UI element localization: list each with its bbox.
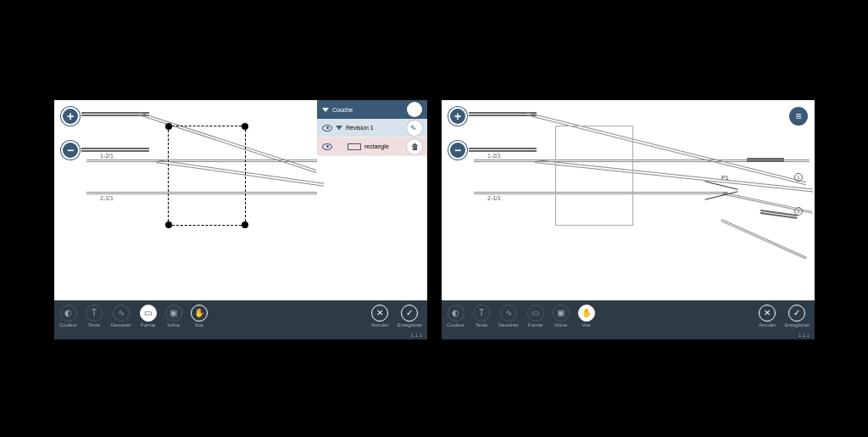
tool-label: Icône — [167, 322, 180, 328]
track-label: 2-1/1 — [486, 195, 503, 201]
trash-icon — [411, 143, 419, 151]
palette-icon: ◐ — [448, 305, 465, 322]
tool-icon[interactable]: ▣Icône — [553, 305, 570, 328]
save-icon: ✓ — [401, 305, 418, 322]
tool-text[interactable]: TTexte — [473, 305, 490, 328]
tool-label: Annuler — [759, 322, 776, 328]
track-segment — [469, 148, 537, 149]
tool-color[interactable]: ◐Couleur — [447, 305, 465, 328]
track-label: 1-2/1 — [98, 153, 115, 159]
layers-icon — [412, 104, 417, 115]
tool-label: Forme — [528, 322, 542, 328]
zoom-in-button[interactable]: + — [61, 107, 80, 126]
tool-view[interactable]: ✋Vue — [578, 305, 595, 328]
app-window-right: + − 1-2/1 2-1/1 P1 1 2 ◐Couleur TTexte ∿… — [442, 100, 815, 339]
tool-draw[interactable]: ∿Dessiner — [111, 305, 131, 328]
layers-icon — [795, 110, 801, 122]
track-label: 2-1/1 — [98, 195, 115, 201]
tool-label: Enregistrer — [785, 322, 810, 328]
track-segment — [721, 219, 807, 258]
point-label: P1 — [721, 175, 729, 181]
text-icon: T — [86, 305, 103, 322]
resize-handle-ne[interactable] — [242, 123, 248, 130]
zoom-in-button[interactable]: + — [448, 107, 467, 126]
marker-2: 2 — [794, 207, 803, 216]
save-button[interactable]: ✓Enregistrer — [785, 305, 810, 328]
visibility-icon[interactable] — [322, 125, 332, 132]
layer-label: rectangle — [364, 143, 389, 149]
track-segment — [760, 210, 798, 216]
track-segment — [81, 148, 149, 149]
tool-label: Couleur — [447, 322, 465, 328]
rectangle-icon — [348, 143, 361, 150]
tool-draw[interactable]: ∿Dessiner — [498, 305, 519, 328]
expand-icon[interactable] — [336, 126, 342, 130]
draw-icon: ∿ — [500, 305, 517, 322]
version-label: 1.1.1 — [54, 331, 427, 339]
cancel-button[interactable]: ✕Annuler — [759, 305, 776, 328]
tool-label: Icône — [554, 322, 567, 328]
pencil-icon — [410, 124, 419, 132]
palette-icon: ◐ — [60, 305, 77, 322]
tool-label: Enregistrer — [398, 322, 422, 328]
version-label: 1.1.1 — [442, 331, 815, 339]
resize-handle-sw[interactable] — [165, 221, 172, 228]
tool-label: Forme — [141, 322, 155, 328]
tool-text[interactable]: TTexte — [86, 305, 103, 328]
resize-handle-nw[interactable] — [165, 123, 172, 130]
tool-icon[interactable]: ▣Icône — [165, 305, 182, 328]
marker-1: 1 — [794, 173, 803, 182]
layer-label: Révision 1 — [346, 125, 374, 131]
icon-icon: ▣ — [553, 305, 570, 322]
zoom-out-button[interactable]: − — [448, 141, 467, 160]
tool-label: Couleur — [59, 322, 77, 328]
tool-shape[interactable]: ▭Forme — [140, 305, 157, 328]
tool-color[interactable]: ◐Couleur — [59, 305, 77, 328]
canvas[interactable]: + − 1-2/1 2-1/1 P1 1 2 — [442, 100, 815, 300]
delete-layer-button[interactable] — [407, 139, 422, 154]
track-label: 1-2/1 — [486, 153, 503, 159]
collapse-icon — [322, 108, 329, 112]
tool-shape[interactable]: ▭Forme — [527, 305, 544, 328]
icon-icon: ▣ — [165, 305, 182, 322]
layer-row-revision[interactable]: Révision 1 — [317, 119, 427, 137]
zoom-out-button[interactable]: − — [61, 141, 80, 160]
visibility-icon[interactable] — [322, 143, 332, 150]
layers-panel-title: Couche — [332, 107, 353, 113]
layers-toggle-button[interactable] — [407, 102, 422, 117]
hand-icon: ✋ — [191, 305, 208, 322]
tool-label: Dessiner — [498, 322, 519, 328]
selection-rectangle[interactable] — [168, 126, 246, 226]
edit-layer-button[interactable] — [407, 120, 422, 136]
resize-handle-se[interactable] — [242, 221, 248, 228]
drawn-rectangle[interactable] — [555, 126, 633, 226]
tool-label: Dessiner — [111, 322, 131, 328]
layers-toggle-button[interactable] — [789, 107, 808, 126]
tool-label: Vue — [581, 322, 590, 328]
draw-icon: ∿ — [113, 305, 130, 322]
canvas[interactable]: + − 1-2/1 2-1/1 Couche — [54, 100, 427, 300]
tool-label: Vue — [194, 322, 203, 328]
layers-panel: Couche Révision 1 rectangle — [317, 100, 427, 156]
save-icon: ✓ — [788, 305, 805, 322]
shape-icon: ▭ — [140, 305, 157, 322]
toolbar: ◐Couleur TTexte ∿Dessiner ▭Forme ▣Icône … — [54, 300, 427, 331]
tool-label: Annuler — [371, 322, 389, 328]
close-icon: ✕ — [371, 305, 388, 322]
shape-icon: ▭ — [527, 305, 544, 322]
crossing-symbol — [704, 185, 738, 197]
hand-icon: ✋ — [578, 305, 595, 322]
close-icon: ✕ — [759, 305, 776, 322]
layers-panel-header[interactable]: Couche — [317, 100, 427, 119]
tool-label: Texte — [476, 322, 487, 328]
save-button[interactable]: ✓Enregistrer — [398, 305, 422, 328]
tool-view[interactable]: ✋Vue — [191, 305, 208, 328]
text-icon: T — [473, 305, 490, 322]
layer-row-shape[interactable]: rectangle — [317, 137, 427, 156]
tool-label: Texte — [88, 322, 100, 328]
cancel-button[interactable]: ✕Annuler — [371, 305, 389, 328]
app-window-left: + − 1-2/1 2-1/1 Couche — [54, 100, 427, 339]
track-segment — [747, 158, 784, 160]
toolbar: ◐Couleur TTexte ∿Dessiner ▭Forme ▣Icône … — [442, 300, 815, 331]
